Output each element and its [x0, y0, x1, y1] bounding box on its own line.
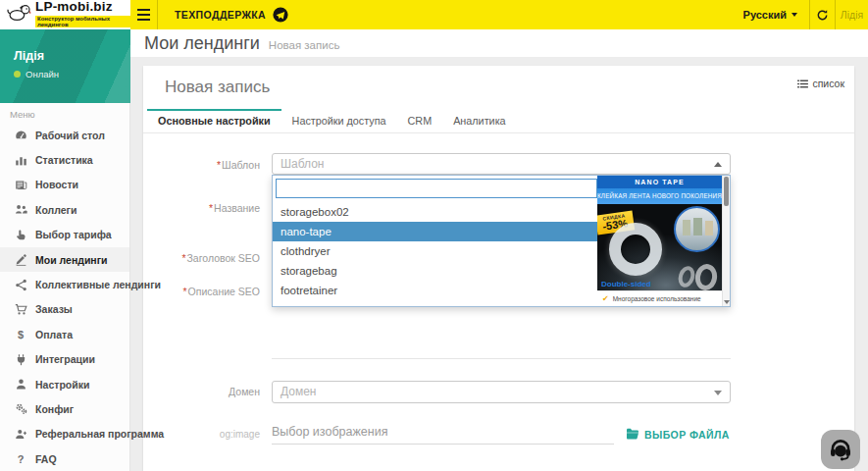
sidebar-item[interactable]: Коллеги [0, 197, 129, 222]
ogimage-underline [272, 444, 614, 445]
breadcrumb: Новая запись [269, 39, 340, 51]
payment-icon: $ [13, 328, 28, 341]
refresh-button[interactable] [809, 0, 835, 29]
sidebar-item[interactable]: Настройки [0, 372, 129, 396]
tab[interactable]: CRM [397, 109, 443, 132]
preview-feature-row: ✔ Многоразовое использование [597, 290, 722, 306]
sidebar-item[interactable]: Конфиг [0, 396, 129, 421]
list-icon [797, 75, 808, 92]
logo-dog-icon [6, 2, 31, 27]
domain-select[interactable]: Домен [272, 381, 731, 403]
sidebar-item[interactable]: Коллективные лендинги [0, 272, 129, 296]
sidebar-item-label: FAQ [35, 453, 57, 465]
sidebar-item[interactable]: Заказы [0, 297, 129, 322]
domain-select-placeholder: Домен [273, 382, 730, 402]
choose-file-label: ВЫБОР ФАЙЛА [644, 429, 730, 441]
template-option[interactable]: storagebag [273, 261, 599, 281]
main-area: Мои лендинги Новая запись список Новая з… [130, 29, 868, 471]
sidebar-item[interactable]: Мои лендинги [0, 247, 129, 272]
name-field-label: *Название [143, 202, 260, 214]
preview-feature-text: Многоразовое использование [613, 295, 701, 302]
card-title: Новая запись [165, 78, 270, 97]
tab[interactable]: Аналитика [442, 109, 516, 132]
scroll-down-arrow-icon [724, 300, 730, 304]
sidebar-menu: Рабочий столСтатистикаНовостиКоллегиВыбо… [0, 123, 129, 471]
required-mark: * [183, 286, 187, 297]
tape-roll-graphic [609, 223, 662, 276]
new-record-card: список Новая запись Основные настройкиНа… [143, 66, 854, 471]
logo-title: LP-mobi.biz [35, 0, 130, 13]
template-field-label: *Шаблон [143, 159, 260, 171]
sidebar-item-label: Конфиг [35, 403, 74, 415]
sidebar-item-label: Интеграции [35, 353, 95, 365]
topbar-username[interactable]: Лідія [835, 0, 868, 29]
sidebar-item[interactable]: Выбор тарифа [0, 223, 129, 247]
preview-caption: Double-sided [601, 280, 651, 288]
tab-bar: Основные настройкиНастройки доступаCRMАн… [143, 109, 854, 133]
stats-icon [13, 153, 28, 167]
template-dropdown-list: storagebox02nano-tapeclothdryerstorageba… [273, 176, 599, 306]
required-mark: * [217, 159, 221, 171]
preview-scrollbar-thumb[interactable] [724, 177, 729, 206]
sidebar-item-label: Выбор тарифа [35, 229, 112, 240]
choose-file-button[interactable]: ВЫБОР ФАЙЛА [626, 426, 730, 444]
preview-inset-photo [674, 206, 720, 252]
template-option[interactable]: storagebox02 [273, 202, 599, 222]
preview-subtitle: КЛЕЙКАЯ ЛЕНТА НОВОГО ПОКОЛЕНИЯ [597, 188, 722, 204]
language-selector[interactable]: Русский [732, 0, 809, 29]
preview-title: NANO TAPE [597, 176, 722, 188]
sidebar-item[interactable]: Рабочий стол [0, 123, 129, 147]
logo[interactable]: LP-mobi.biz Конструктор мобильных лендин… [0, 0, 130, 29]
tab[interactable]: Основные настройки [147, 109, 281, 132]
sidebar-item-label: Коллеги [35, 204, 77, 216]
sidebar-toggle-button[interactable] [130, 0, 158, 29]
sidebar-item[interactable]: Новости [0, 173, 129, 197]
tab[interactable]: Настройки доступа [281, 109, 397, 132]
sidebar-item-label: Реферальная программа [35, 428, 164, 440]
sidebar-item[interactable]: Реферальная программа [0, 422, 129, 446]
tech-support-label: ТЕХПОДДЕРЖКА [175, 9, 266, 21]
template-select[interactable]: Шаблон [272, 153, 731, 175]
template-option[interactable]: footretainer [273, 281, 599, 300]
faq-icon: ? [13, 452, 28, 466]
referral-icon [13, 427, 28, 441]
template-search-input[interactable] [276, 179, 597, 198]
sidebar-item[interactable]: $Оплата [0, 322, 129, 346]
template-dropdown: storagebox02nano-tapeclothdryerstorageba… [272, 175, 731, 307]
list-view-label: список [812, 78, 844, 89]
sidebar-item-label: Рабочий стол [35, 130, 105, 141]
sidebar-item[interactable]: Статистика [0, 147, 129, 172]
landings-icon [13, 253, 28, 267]
news-icon [13, 178, 28, 191]
online-status-dot [14, 71, 21, 78]
sidebar-item-label: Новости [35, 179, 78, 190]
required-mark: * [209, 202, 213, 214]
folder-icon [626, 426, 639, 444]
list-view-button[interactable]: список [797, 75, 844, 92]
sidebar-item[interactable]: Интеграции [0, 347, 129, 372]
seo-title-field-label: *Заголовок SEO [143, 252, 260, 264]
template-option[interactable]: nano-tape [273, 222, 599, 241]
sidebar-item[interactable]: ?FAQ [0, 446, 129, 471]
sidebar-user-panel: Лідія Онлайн [0, 29, 130, 103]
tariff-icon [13, 228, 28, 241]
tech-support-link[interactable]: ТЕХПОДДЕРЖКА [175, 0, 288, 29]
settings-icon [13, 378, 28, 392]
telegram-icon [273, 7, 288, 23]
template-preview-image: NANO TAPE КЛЕЙКАЯ ЛЕНТА НОВОГО ПОКОЛЕНИЯ… [597, 176, 722, 306]
language-label: Русский [743, 9, 787, 21]
support-chat-widget[interactable] [821, 430, 860, 469]
menu-section-label: Меню [10, 109, 35, 120]
ogimage-input[interactable]: Выбор изображения [272, 425, 387, 439]
top-bar: LP-mobi.biz Конструктор мобильных лендин… [0, 0, 868, 29]
colleagues-icon [13, 203, 28, 217]
preview-product-photo: СКИДКА -53% Double-sided [597, 204, 722, 290]
template-option[interactable]: springclothes [273, 300, 599, 307]
template-option[interactable]: clothdryer [273, 241, 599, 261]
chevron-up-icon [714, 162, 722, 167]
template-options: storagebox02nano-tapeclothdryerstorageba… [273, 202, 599, 307]
required-mark: * [181, 252, 185, 264]
preview-scrollbar[interactable] [722, 176, 730, 306]
integrations-icon [13, 352, 28, 366]
page-header: Мои лендинги Новая запись [130, 29, 868, 57]
